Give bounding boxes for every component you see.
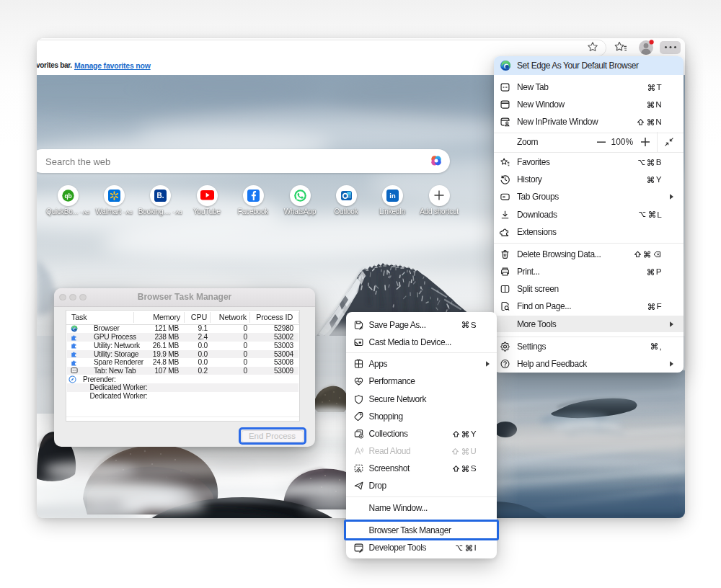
svg-text:in: in [389, 192, 396, 200]
svg-text:B.: B. [156, 192, 164, 200]
svg-text:qb: qb [64, 192, 71, 199]
